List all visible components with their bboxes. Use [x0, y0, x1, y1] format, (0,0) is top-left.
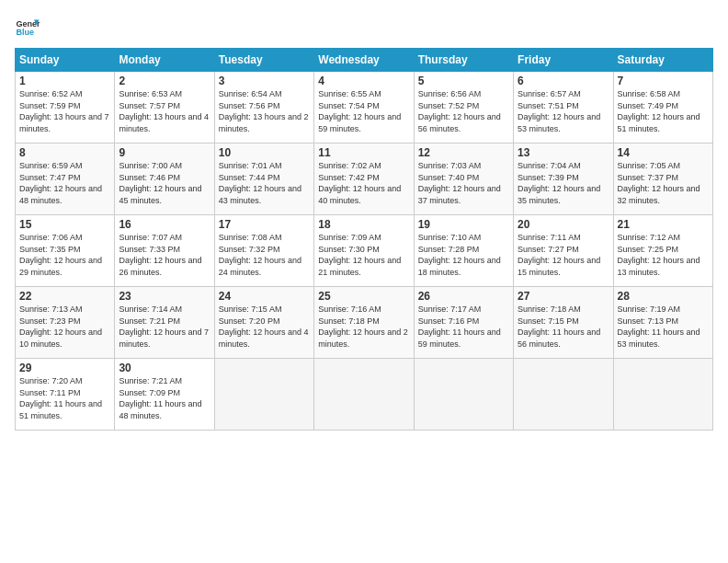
day-info: Sunrise: 7:15 AM Sunset: 7:20 PM Dayligh…: [219, 304, 310, 350]
day-cell-14: 14 Sunrise: 7:05 AM Sunset: 7:37 PM Dayl…: [613, 144, 712, 215]
day-info: Sunrise: 7:21 AM Sunset: 7:09 PM Dayligh…: [119, 375, 210, 421]
day-number: 12: [418, 146, 509, 159]
day-number: 17: [219, 218, 310, 231]
day-cell-28: 28 Sunrise: 7:19 AM Sunset: 7:13 PM Dayl…: [613, 287, 712, 359]
day-cell-1: 1 Sunrise: 6:52 AM Sunset: 7:59 PM Dayli…: [16, 72, 115, 144]
day-info: Sunrise: 6:54 AM Sunset: 7:56 PM Dayligh…: [219, 88, 310, 134]
day-info: Sunrise: 7:01 AM Sunset: 7:44 PM Dayligh…: [219, 160, 310, 206]
header: General Blue: [15, 15, 713, 40]
day-info: Sunrise: 7:10 AM Sunset: 7:28 PM Dayligh…: [418, 232, 509, 278]
day-cell-2: 2 Sunrise: 6:53 AM Sunset: 7:57 PM Dayli…: [115, 72, 214, 144]
day-cell-7: 7 Sunrise: 6:58 AM Sunset: 7:49 PM Dayli…: [613, 72, 712, 144]
day-number: 15: [19, 218, 110, 231]
column-header-tuesday: Tuesday: [214, 49, 313, 72]
day-cell-3: 3 Sunrise: 6:54 AM Sunset: 7:56 PM Dayli…: [214, 72, 313, 144]
empty-cell: [314, 359, 414, 431]
day-number: 26: [418, 290, 509, 303]
day-info: Sunrise: 7:11 AM Sunset: 7:27 PM Dayligh…: [518, 232, 609, 278]
day-number: 14: [618, 146, 709, 159]
calendar-header-row: SundayMondayTuesdayWednesdayThursdayFrid…: [16, 49, 713, 72]
day-number: 3: [219, 75, 310, 87]
day-info: Sunrise: 6:52 AM Sunset: 7:59 PM Dayligh…: [19, 88, 110, 134]
day-number: 7: [618, 75, 709, 87]
day-cell-25: 25 Sunrise: 7:16 AM Sunset: 7:18 PM Dayl…: [314, 287, 414, 359]
day-cell-10: 10 Sunrise: 7:01 AM Sunset: 7:44 PM Dayl…: [214, 144, 313, 215]
column-header-sunday: Sunday: [16, 49, 115, 72]
day-number: 22: [19, 290, 110, 303]
day-info: Sunrise: 7:13 AM Sunset: 7:23 PM Dayligh…: [19, 304, 110, 350]
day-info: Sunrise: 7:08 AM Sunset: 7:32 PM Dayligh…: [219, 232, 310, 278]
day-info: Sunrise: 6:58 AM Sunset: 7:49 PM Dayligh…: [618, 88, 709, 134]
day-number: 25: [318, 290, 409, 303]
day-info: Sunrise: 7:05 AM Sunset: 7:37 PM Dayligh…: [618, 160, 709, 206]
day-number: 19: [418, 218, 509, 231]
day-number: 4: [318, 75, 409, 87]
day-cell-19: 19 Sunrise: 7:10 AM Sunset: 7:28 PM Dayl…: [414, 215, 513, 287]
day-info: Sunrise: 7:14 AM Sunset: 7:21 PM Dayligh…: [119, 304, 210, 350]
day-info: Sunrise: 7:20 AM Sunset: 7:11 PM Dayligh…: [19, 375, 110, 421]
day-number: 2: [119, 75, 210, 87]
day-info: Sunrise: 7:17 AM Sunset: 7:16 PM Dayligh…: [418, 304, 509, 350]
week-row-5: 29 Sunrise: 7:20 AM Sunset: 7:11 PM Dayl…: [16, 359, 713, 431]
day-cell-24: 24 Sunrise: 7:15 AM Sunset: 7:20 PM Dayl…: [214, 287, 313, 359]
column-header-monday: Monday: [115, 49, 214, 72]
day-number: 24: [219, 290, 310, 303]
empty-cell: [514, 359, 613, 431]
day-number: 8: [19, 146, 110, 159]
week-row-1: 1 Sunrise: 6:52 AM Sunset: 7:59 PM Dayli…: [16, 72, 713, 144]
day-info: Sunrise: 7:00 AM Sunset: 7:46 PM Dayligh…: [119, 160, 210, 206]
day-cell-17: 17 Sunrise: 7:08 AM Sunset: 7:32 PM Dayl…: [214, 215, 313, 287]
column-header-saturday: Saturday: [613, 49, 712, 72]
calendar-container: General Blue SundayMondayTuesdayWednesda…: [0, 0, 728, 438]
day-cell-30: 30 Sunrise: 7:21 AM Sunset: 7:09 PM Dayl…: [115, 359, 214, 431]
day-number: 9: [119, 146, 210, 159]
day-info: Sunrise: 7:09 AM Sunset: 7:30 PM Dayligh…: [318, 232, 409, 278]
calendar-table: SundayMondayTuesdayWednesdayThursdayFrid…: [15, 48, 713, 431]
day-info: Sunrise: 7:06 AM Sunset: 7:35 PM Dayligh…: [19, 232, 110, 278]
day-cell-4: 4 Sunrise: 6:55 AM Sunset: 7:54 PM Dayli…: [314, 72, 414, 144]
logo-icon: General Blue: [15, 15, 40, 40]
day-number: 28: [618, 290, 709, 303]
day-number: 30: [119, 362, 210, 374]
day-cell-5: 5 Sunrise: 6:56 AM Sunset: 7:52 PM Dayli…: [414, 72, 513, 144]
week-row-4: 22 Sunrise: 7:13 AM Sunset: 7:23 PM Dayl…: [16, 287, 713, 359]
day-info: Sunrise: 6:53 AM Sunset: 7:57 PM Dayligh…: [119, 88, 210, 134]
empty-cell: [613, 359, 712, 431]
day-info: Sunrise: 7:03 AM Sunset: 7:40 PM Dayligh…: [418, 160, 509, 206]
day-number: 13: [518, 146, 609, 159]
day-number: 16: [119, 218, 210, 231]
logo: General Blue: [15, 15, 40, 40]
day-info: Sunrise: 7:12 AM Sunset: 7:25 PM Dayligh…: [618, 232, 709, 278]
day-cell-8: 8 Sunrise: 6:59 AM Sunset: 7:47 PM Dayli…: [16, 144, 115, 215]
day-info: Sunrise: 7:16 AM Sunset: 7:18 PM Dayligh…: [318, 304, 409, 350]
day-number: 23: [119, 290, 210, 303]
day-number: 10: [219, 146, 310, 159]
day-cell-20: 20 Sunrise: 7:11 AM Sunset: 7:27 PM Dayl…: [514, 215, 613, 287]
day-info: Sunrise: 6:55 AM Sunset: 7:54 PM Dayligh…: [318, 88, 409, 134]
day-info: Sunrise: 7:19 AM Sunset: 7:13 PM Dayligh…: [618, 304, 709, 350]
day-info: Sunrise: 7:07 AM Sunset: 7:33 PM Dayligh…: [119, 232, 210, 278]
calendar-body: 1 Sunrise: 6:52 AM Sunset: 7:59 PM Dayli…: [16, 72, 713, 431]
day-number: 11: [318, 146, 409, 159]
day-info: Sunrise: 6:56 AM Sunset: 7:52 PM Dayligh…: [418, 88, 509, 134]
day-info: Sunrise: 7:02 AM Sunset: 7:42 PM Dayligh…: [318, 160, 409, 206]
day-cell-6: 6 Sunrise: 6:57 AM Sunset: 7:51 PM Dayli…: [514, 72, 613, 144]
day-info: Sunrise: 6:59 AM Sunset: 7:47 PM Dayligh…: [19, 160, 110, 206]
day-number: 18: [318, 218, 409, 231]
week-row-2: 8 Sunrise: 6:59 AM Sunset: 7:47 PM Dayli…: [16, 144, 713, 215]
column-header-thursday: Thursday: [414, 49, 513, 72]
day-cell-26: 26 Sunrise: 7:17 AM Sunset: 7:16 PM Dayl…: [414, 287, 513, 359]
day-cell-11: 11 Sunrise: 7:02 AM Sunset: 7:42 PM Dayl…: [314, 144, 414, 215]
column-header-wednesday: Wednesday: [314, 49, 414, 72]
column-header-friday: Friday: [514, 49, 613, 72]
day-cell-21: 21 Sunrise: 7:12 AM Sunset: 7:25 PM Dayl…: [613, 215, 712, 287]
day-number: 21: [618, 218, 709, 231]
day-cell-18: 18 Sunrise: 7:09 AM Sunset: 7:30 PM Dayl…: [314, 215, 414, 287]
empty-cell: [214, 359, 313, 431]
day-number: 20: [518, 218, 609, 231]
day-number: 29: [19, 362, 110, 374]
day-number: 6: [518, 75, 609, 87]
day-cell-27: 27 Sunrise: 7:18 AM Sunset: 7:15 PM Dayl…: [514, 287, 613, 359]
day-cell-15: 15 Sunrise: 7:06 AM Sunset: 7:35 PM Dayl…: [16, 215, 115, 287]
day-cell-13: 13 Sunrise: 7:04 AM Sunset: 7:39 PM Dayl…: [514, 144, 613, 215]
